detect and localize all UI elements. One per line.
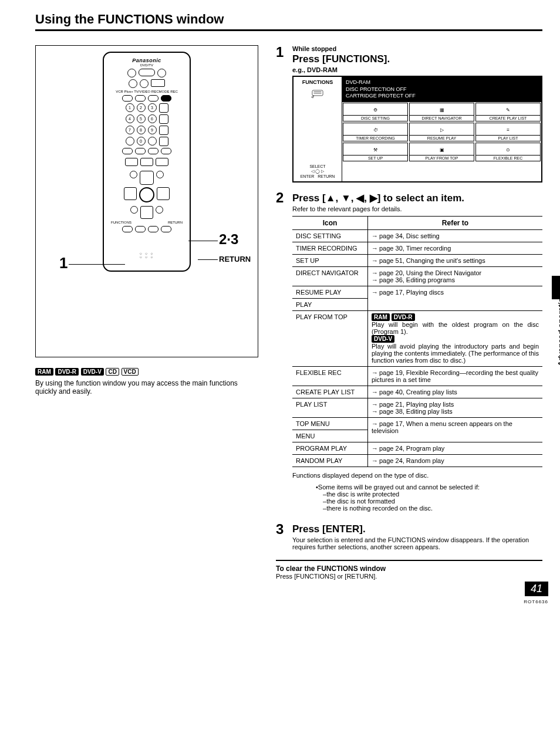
- grayed-out-notes: Some items will be grayed out and cannot…: [292, 484, 542, 512]
- page-title: Using the FUNCTIONS window: [35, 12, 542, 31]
- table-row: PLAY FROM TOPRAM DVD-RPlay will begin wi…: [292, 311, 542, 367]
- disc-badges: RAM DVD-R DVD-V CD VCD: [35, 367, 258, 376]
- step3-body: Your selection is entered and the FUNCTI…: [292, 536, 542, 550]
- table-row: DISC SETTINGpage 34, Disc setting: [292, 230, 542, 242]
- clear-heading: To clear the FUNCTIONS window: [276, 565, 542, 573]
- functions-cell: ▣PLAY FROM TOP: [409, 143, 474, 161]
- step-1: 1 While stopped Press [FUNCTIONS]. e.g.,…: [276, 45, 542, 182]
- step3-press: Press [ENTER].: [292, 523, 542, 535]
- refer-table: Icon Refer to DISC SETTINGpage 34, Disc …: [292, 216, 542, 467]
- document-id: RQT6636: [524, 599, 548, 603]
- clear-body: Press [FUNCTIONS] or [RETURN].: [276, 573, 542, 580]
- callout-return: RETURN: [219, 255, 251, 263]
- table-row: TOP MENUpage 17, When a menu screen appe…: [292, 418, 542, 430]
- table-row: PLAY LISTpage 21, Playing play listspage…: [292, 398, 542, 418]
- functions-cell: ⚒SET UP: [343, 143, 408, 161]
- step1-eg: e.g., DVD-RAM: [292, 66, 542, 73]
- step-3: 3 Press [ENTER]. Your selection is enter…: [276, 522, 542, 554]
- table-row: FLEXIBLE RECpage 19, Flexible Recording—…: [292, 367, 542, 386]
- table-row: CREATE PLAY LISTpage 40, Creating play l…: [292, 386, 542, 398]
- step2-press: Press [▲, ▼, ◀, ▶] to select an item.: [292, 192, 542, 204]
- remote-label-dvdtv: DVD/TV: [109, 63, 185, 67]
- remote-diagram: Panasonic DVD/TV VCR Plus+ TV/VIDEO RECM…: [35, 45, 258, 357]
- intro-text: By using the function window you may acc…: [35, 379, 258, 396]
- table-row: PROGRAM PLAYpage 24, Program play: [292, 442, 542, 455]
- functions-cell: ▦DIRECT NAVIGATOR: [409, 103, 474, 121]
- svg-rect-0: [312, 90, 323, 96]
- table-row: TIMER RECORDINGpage 30, Timer recording: [292, 242, 542, 255]
- step2-sub: Refer to the relevant pages for details.: [292, 205, 542, 212]
- functions-cell: ≡PLAY LIST: [475, 123, 541, 141]
- step1-while: While stopped: [292, 45, 542, 52]
- table-row: RANDOM PLAYpage 24, Random play: [292, 455, 542, 467]
- step1-press: Press [FUNCTIONS].: [292, 53, 542, 65]
- functions-cell: ▷RESUME PLAY: [409, 123, 474, 141]
- functions-cell: ⚙DISC SETTING: [343, 103, 408, 121]
- functions-cell: ⊙FLEXIBLE REC: [475, 143, 541, 161]
- table-row: SET UPpage 51, Changing the unit's setti…: [292, 255, 542, 267]
- table-row: RESUME PLAYpage 17, Playing discs: [292, 286, 542, 299]
- functions-window: FUNCTIONS SELECT ◁ ◯ ▷: [292, 76, 542, 182]
- callout-23: 2·3: [219, 231, 238, 248]
- step-2: 2 Press [▲, ▼, ◀, ▶] to select an item. …: [276, 191, 542, 516]
- side-tab: Advanced operation: [556, 293, 560, 367]
- after-table-note: Functions displayed depend on the type o…: [292, 472, 542, 479]
- page-number: 41: [525, 582, 548, 596]
- functions-window-header: DVD-RAM DISC PROTECTION OFF CARTRIDGE PR…: [342, 77, 541, 102]
- table-row: DIRECT NAVIGATORpage 20, Using the Direc…: [292, 267, 542, 286]
- remote-brand: Panasonic: [109, 58, 185, 63]
- callout-1: 1: [59, 254, 68, 272]
- functions-cell: ⏱TIMER RECORDING: [343, 123, 408, 141]
- functions-cell: ✎CREATE PLAY LIST: [475, 103, 541, 121]
